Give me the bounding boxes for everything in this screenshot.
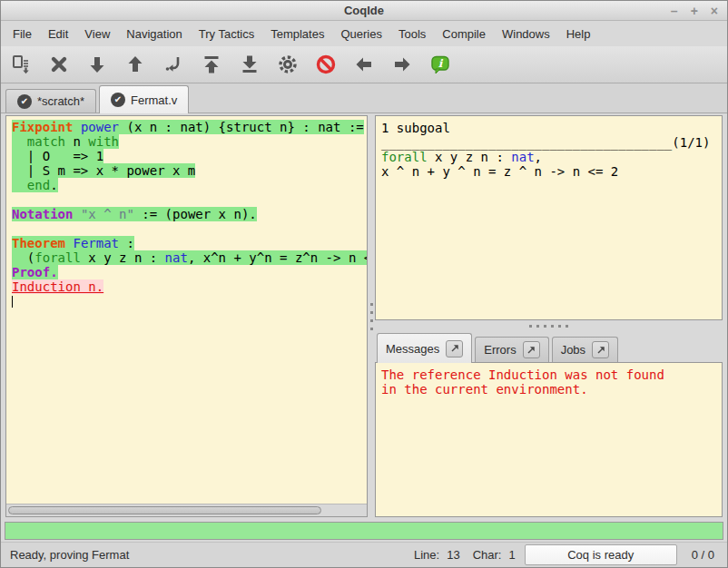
status-right-group: Line: 13 Char: 1 Coq is ready 0 / 0	[401, 544, 718, 565]
next-button[interactable]	[389, 52, 415, 77]
horizontal-splitter[interactable]	[375, 320, 723, 331]
menu-navigation[interactable]: Navigation	[118, 24, 190, 44]
code-line: | O => 1	[12, 149, 367, 163]
code-editor[interactable]: Fixpoint power (x n : nat) {struct n} : …	[6, 116, 367, 504]
preferences-button[interactable]	[275, 52, 300, 77]
close-buffer-button[interactable]	[46, 52, 72, 77]
tab-label: Fermat.v	[131, 93, 177, 107]
code-line: (forall x y z n : nat, x^n + y^n = z^n -…	[12, 250, 367, 265]
interrupt-button[interactable]	[313, 52, 339, 77]
char-label: Char:	[473, 548, 502, 562]
detach-messages-button[interactable]	[446, 340, 463, 357]
goals-panel: 1 subgoal_______________________________…	[375, 115, 723, 320]
code-line: Notation "x ^ n" := (power x n).	[12, 207, 367, 221]
code-line: x ^ n + y ^ n = z ^ n -> n <= 2	[381, 164, 722, 179]
text-cursor	[12, 296, 13, 308]
window-title: CoqIde	[1, 4, 727, 17]
code-line	[12, 294, 367, 308]
messages-panel: The reference Induction was not foundin …	[375, 362, 723, 517]
code-line: Induction n.	[12, 279, 367, 294]
code-line: forall x y z n : nat,	[381, 150, 722, 164]
tab-label: Jobs	[561, 343, 585, 357]
code-line: ______________________________________(1…	[381, 135, 722, 150]
vertical-splitter[interactable]	[368, 115, 375, 517]
right-column: 1 subgoal_______________________________…	[375, 115, 723, 517]
menu-templates[interactable]: Templates	[262, 24, 332, 44]
go-to-end-button[interactable]	[237, 52, 262, 77]
char-value: 1	[508, 548, 515, 562]
previous-button[interactable]	[351, 52, 377, 77]
tab-check-icon: ✔	[111, 93, 125, 107]
save-button[interactable]	[8, 52, 34, 77]
coq-status-field: Coq is ready	[525, 544, 677, 565]
progress-bar	[5, 522, 723, 540]
code-line: Proof.	[12, 265, 367, 279]
menu-tools[interactable]: Tools	[390, 24, 434, 44]
menu-bar: File Edit View Navigation Try Tactics Te…	[1, 21, 727, 46]
maximize-icon[interactable]: +	[691, 5, 698, 17]
gear-icon	[277, 54, 299, 75]
close-x-icon	[48, 54, 70, 75]
editor-horizontal-scrollbar[interactable]	[6, 504, 367, 516]
feedback-tab-strip: Messages Errors	[375, 331, 723, 362]
detach-arrow-icon	[449, 343, 460, 354]
job-counter: 0 / 0	[692, 548, 714, 562]
tab-messages[interactable]: Messages	[377, 333, 472, 363]
minimize-icon[interactable]: –	[671, 5, 678, 17]
no-entry-icon	[315, 54, 337, 75]
toolbar: i	[1, 46, 727, 83]
close-icon[interactable]: ×	[711, 5, 718, 17]
tab-errors[interactable]: Errors	[475, 337, 548, 362]
menu-queries[interactable]: Queries	[332, 24, 390, 44]
detach-jobs-button[interactable]	[592, 341, 609, 358]
status-bar: Ready, proving Fermat Line: 13 Char: 1 C…	[1, 542, 727, 567]
go-to-start-button[interactable]	[199, 52, 224, 77]
tab-check-icon: ✔	[17, 94, 32, 109]
menu-file[interactable]: File	[5, 24, 40, 44]
code-line: The reference Induction was not found	[381, 367, 722, 382]
code-line	[12, 192, 367, 207]
document-down-arrow-icon	[10, 54, 32, 75]
forward-button[interactable]	[84, 52, 110, 77]
info-bubble-icon: i	[429, 54, 451, 75]
arrow-left-icon	[353, 54, 375, 75]
arrow-right-icon	[391, 54, 413, 75]
about-button[interactable]: i	[428, 52, 453, 77]
code-line: | S m => x * power x m	[12, 163, 367, 178]
go-to-cursor-button[interactable]	[161, 52, 186, 77]
code-line: Fixpoint power (x n : nat) {struct n} : …	[12, 120, 367, 134]
detach-arrow-icon	[526, 345, 536, 356]
menu-view[interactable]: View	[76, 24, 118, 44]
menu-help[interactable]: Help	[558, 24, 599, 44]
scrollbar-thumb[interactable]	[8, 506, 321, 514]
main-area: Fixpoint power (x n : nat) {struct n} : …	[1, 113, 727, 520]
backward-button[interactable]	[123, 52, 148, 77]
tab-scratch[interactable]: ✔ *scratch*	[5, 89, 96, 113]
code-line: end.	[12, 178, 367, 192]
document-tab-strip: ✔ *scratch* ✔ Fermat.v	[1, 83, 727, 113]
status-message: Ready, proving Fermat	[10, 548, 129, 562]
menu-windows[interactable]: Windows	[494, 24, 558, 44]
arrow-down-icon	[86, 54, 108, 75]
menu-try-tactics[interactable]: Try Tactics	[191, 24, 262, 44]
go-to-cursor-icon	[162, 54, 184, 75]
progress-bar-wrap	[1, 520, 727, 542]
detach-errors-button[interactable]	[523, 341, 540, 358]
menu-compile[interactable]: Compile	[434, 24, 494, 44]
title-bar[interactable]: CoqIde – + ×	[1, 1, 727, 21]
code-line: Theorem Fermat :	[12, 236, 367, 250]
feedback-notebook: Messages Errors	[375, 331, 723, 517]
arrow-up-icon	[124, 54, 146, 75]
arrow-up-bar-icon	[201, 54, 222, 75]
detach-arrow-icon	[595, 345, 606, 356]
line-label: Line:	[414, 548, 439, 562]
window-controls: – + ×	[671, 5, 727, 17]
menu-edit[interactable]: Edit	[40, 24, 76, 44]
line-value: 13	[447, 548, 459, 562]
tab-fermat[interactable]: ✔ Fermat.v	[99, 85, 189, 113]
tab-jobs[interactable]: Jobs	[552, 337, 618, 362]
tab-label: *scratch*	[37, 94, 84, 108]
code-line: in the current environment.	[381, 382, 722, 397]
code-line: 1 subgoal	[381, 121, 722, 135]
code-line	[12, 221, 367, 236]
